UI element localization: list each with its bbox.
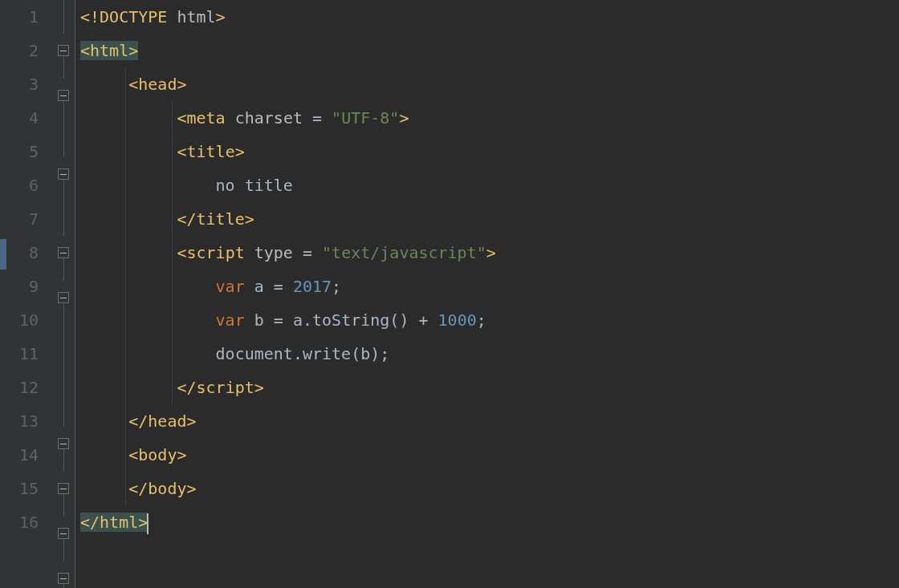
line-number[interactable]: 5 <box>10 135 39 168</box>
code-line[interactable]: var b = a.toString() + 1000; <box>80 303 899 337</box>
code-line[interactable]: <head> <box>80 67 899 101</box>
fold-toggle-icon[interactable] <box>58 90 69 101</box>
code-line[interactable]: <script type = "text/javascript"> <box>80 236 899 270</box>
matched-tag-highlight: </html> <box>80 513 148 532</box>
code-line[interactable]: </html> <box>80 505 899 539</box>
line-number[interactable]: 4 <box>10 101 39 135</box>
code-line[interactable]: </body> <box>80 472 899 505</box>
code-line[interactable]: <!DOCTYPE html> <box>80 0 899 34</box>
fold-toggle-icon[interactable] <box>58 438 69 449</box>
fold-toggle-icon[interactable] <box>58 45 69 56</box>
code-line[interactable]: no title <box>80 168 899 202</box>
gutter-margin <box>0 0 10 588</box>
line-number[interactable]: 15 <box>10 472 39 505</box>
code-line[interactable]: <body> <box>80 438 899 472</box>
fold-toggle-icon[interactable] <box>58 292 69 303</box>
fold-toggle-icon[interactable] <box>58 247 69 258</box>
line-number[interactable]: 6 <box>10 168 39 202</box>
code-line[interactable]: </title> <box>80 202 899 236</box>
line-number[interactable]: 8 <box>10 236 39 270</box>
line-number[interactable]: 10 <box>10 303 39 337</box>
fold-toggle-icon[interactable] <box>58 573 69 584</box>
code-line[interactable]: var a = 2017; <box>80 270 899 303</box>
line-number[interactable]: 7 <box>10 202 39 236</box>
code-editor[interactable]: 1 2 3 4 5 6 7 8 9 10 11 12 13 14 15 16 <… <box>0 0 899 588</box>
line-number[interactable]: 13 <box>10 404 39 438</box>
fold-toggle-icon[interactable] <box>58 483 69 494</box>
line-number[interactable]: 2 <box>10 34 39 67</box>
line-number-gutter[interactable]: 1 2 3 4 5 6 7 8 9 10 11 12 13 14 15 16 <box>10 0 51 588</box>
code-line[interactable]: </head> <box>80 404 899 438</box>
text-caret <box>147 513 148 534</box>
fold-gutter[interactable] <box>51 0 75 588</box>
code-line[interactable]: <html> <box>80 34 899 67</box>
gutter-marker <box>0 239 6 270</box>
code-line[interactable]: <title> <box>80 135 899 168</box>
line-number[interactable]: 16 <box>10 505 39 539</box>
line-number[interactable]: 12 <box>10 371 39 404</box>
fold-toggle-icon[interactable] <box>58 168 69 180</box>
matched-tag-highlight: <html> <box>80 41 138 60</box>
code-line[interactable]: </script> <box>80 371 899 404</box>
line-number[interactable]: 9 <box>10 270 39 303</box>
code-line[interactable]: <meta charset = "UTF-8"> <box>80 101 899 135</box>
line-number[interactable]: 11 <box>10 337 39 371</box>
fold-toggle-icon[interactable] <box>58 528 69 539</box>
line-number[interactable]: 3 <box>10 67 39 101</box>
line-number[interactable]: 1 <box>10 0 39 34</box>
code-line[interactable]: document.write(b); <box>80 337 899 371</box>
code-area[interactable]: <!DOCTYPE html> <html> <head> <meta char… <box>75 0 899 588</box>
line-number[interactable]: 14 <box>10 438 39 472</box>
